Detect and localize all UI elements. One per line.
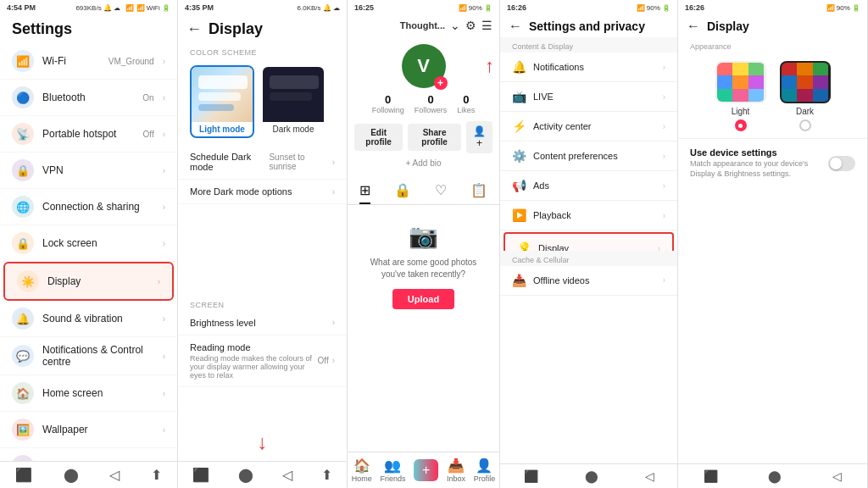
chevron-lockscreen: › [163, 239, 165, 248]
icon-homescreen: 🏠 [12, 382, 34, 404]
reading-sub: Reading mode makes the colours of your d… [190, 354, 318, 380]
back-button-4[interactable]: ← [509, 19, 522, 34]
menu-item-activity[interactable]: ⚡ Activity center › [500, 112, 677, 141]
chevron-schedule: › [332, 158, 335, 167]
tab-liked[interactable]: ♡ [435, 178, 447, 204]
share-profile-button[interactable]: Share profile [408, 124, 461, 151]
tab-saved[interactable]: 📋 [470, 178, 487, 204]
nav-friends[interactable]: 👥 Friends [380, 458, 405, 483]
add-bio-link[interactable]: + Add bio [406, 158, 442, 168]
nav2-back[interactable]: ◁ [282, 467, 292, 483]
dark-preview [263, 67, 326, 122]
label-content_pref: Content preferences [533, 151, 656, 161]
settings-icon[interactable]: ⚙ [465, 19, 476, 32]
dark-theme-card[interactable]: Dark [780, 61, 831, 131]
light-theme-card[interactable]: Light [715, 61, 766, 131]
nav4-square[interactable]: ⬛ [524, 469, 538, 483]
nav-bar-4: ⬛ ⬤ ◁ [500, 463, 677, 488]
display-options-list: Schedule Dark mode Sunset to sunrise › M… [178, 145, 347, 296]
home-label: Home [352, 474, 372, 483]
nav2-up[interactable]: ⬆ [321, 467, 332, 483]
create-video-button[interactable]: + [414, 459, 438, 481]
upload-button[interactable]: Upload [392, 289, 454, 309]
settings-item-wifi[interactable]: 📶 Wi-Fi VM_Ground › [0, 43, 177, 80]
settings-item-display[interactable]: ☀️ Display › [3, 262, 174, 301]
settings-item-wallpaper[interactable]: 🖼️ Wallpaper › [0, 412, 177, 448]
nav-square[interactable]: ⬛ [15, 467, 32, 483]
label-activity: Activity center [533, 121, 656, 131]
value-hotspot: Off [143, 130, 154, 139]
reading-mode[interactable]: Reading mode Reading mode makes the colo… [178, 336, 347, 387]
dark-mode-card[interactable]: Dark mode [261, 65, 326, 138]
settings-item-vpn[interactable]: 🔒 VPN › [0, 152, 177, 189]
tab-grid[interactable]: ⊞ [359, 178, 370, 204]
tiktok-display-panel: 16:26 📶 90% 🔋 ← Display Appearance Light [678, 0, 868, 488]
status-bar-1: 4:54 PM 693KB/s 🔔 ☁ 📶 📶 WiFi 🔋 [0, 0, 177, 15]
menu-item-content_pref[interactable]: ⚙️ Content preferences › [500, 141, 677, 171]
nav4-back[interactable]: ◁ [645, 469, 654, 483]
brightness-label: Brightness level [190, 318, 256, 328]
settings-menu-list: 🔔 Notifications › 📺 LIVE › ⚡ Activity ce… [500, 53, 677, 251]
nav5-back[interactable]: ◁ [832, 469, 842, 483]
light-preview [192, 67, 254, 122]
back-button-5[interactable]: ← [687, 19, 700, 34]
following-stat: 0 Following [372, 93, 404, 114]
value-wifi: VM_Ground [108, 57, 154, 66]
nav-up[interactable]: ⬆ [151, 467, 162, 483]
settings-item-themes[interactable]: 🎨 Themes › [0, 448, 177, 461]
status-time-3: 16:25 [354, 3, 374, 12]
chevron-display: › [158, 277, 160, 286]
followers-stat: 0 Followers [415, 93, 448, 114]
menu-item-playback[interactable]: ▶️ Playback › [500, 201, 677, 230]
settings-item-connection[interactable]: 🌐 Connection & sharing › [0, 189, 177, 225]
device-settings-toggle[interactable] [828, 156, 855, 171]
nav-profile[interactable]: 👤 Profile [474, 458, 496, 483]
schedule-label: Schedule Dark mode [190, 152, 269, 172]
menu-item-live[interactable]: 📺 LIVE › [500, 82, 677, 112]
settings-item-notifications[interactable]: 💬 Notifications & Control centre › [0, 337, 177, 375]
schedule-dark-mode[interactable]: Schedule Dark mode Sunset to sunrise › [178, 145, 347, 180]
edit-profile-button[interactable]: Edit profile [354, 124, 403, 151]
nav5-square[interactable]: ⬛ [704, 469, 718, 483]
label-playback: Playback [533, 210, 656, 220]
menu-item-notifications[interactable]: 🔔 Notifications › [500, 53, 677, 82]
nav4-circle[interactable]: ⬤ [585, 469, 598, 483]
dark-theme-radio[interactable] [799, 119, 811, 131]
nav-circle[interactable]: ⬤ [64, 467, 79, 483]
more-dark-options[interactable]: More Dark mode options › [178, 180, 347, 204]
icon-themes: 🎨 [12, 455, 34, 461]
profile-section: V + 0 Following 0 Followers 0 Likes Edit… [348, 36, 499, 178]
empty-text: What are some good photos you've taken r… [358, 257, 489, 280]
add-avatar-button[interactable]: + [434, 76, 448, 90]
display-header: ← Display [178, 15, 347, 43]
action-buttons: Edit profile Share profile 👤+ [354, 121, 492, 153]
menu-item-display[interactable]: 💡 Display › [504, 232, 674, 251]
brightness-level[interactable]: Brightness level › [178, 311, 347, 336]
light-mode-card[interactable]: Light mode [190, 65, 254, 138]
settings-item-bluetooth[interactable]: 🔵 Bluetooth On › [0, 80, 177, 116]
chevron-wallpaper: › [163, 425, 165, 435]
light-theme-radio[interactable] [735, 119, 747, 131]
nav-inbox[interactable]: 📥 Inbox [447, 458, 465, 483]
status-time-2: 4:35 PM [185, 3, 214, 12]
settings-item-sound[interactable]: 🔔 Sound & vibration › [0, 301, 177, 337]
add-person-button[interactable]: 👤+ [466, 121, 492, 153]
settings-item-lockscreen[interactable]: 🔒 Lock screen › [0, 225, 177, 262]
back-button-2[interactable]: ← [186, 20, 202, 38]
nav5-circle[interactable]: ⬤ [768, 469, 782, 483]
menu-icon[interactable]: ☰ [481, 19, 492, 32]
chevron-hotspot: › [163, 130, 165, 139]
nav2-square[interactable]: ⬛ [192, 467, 209, 483]
settings-item-homescreen[interactable]: 🏠 Home screen › [0, 375, 177, 412]
tab-private[interactable]: 🔒 [394, 178, 411, 204]
nav-back[interactable]: ◁ [109, 467, 120, 483]
icon-lockscreen: 🔒 [12, 232, 34, 254]
cache-item-offline[interactable]: 📥 Offline videos › [500, 266, 677, 296]
nav-home[interactable]: 🏠 Home [352, 458, 372, 483]
nav2-circle[interactable]: ⬤ [238, 467, 253, 483]
menu-item-ads[interactable]: 📢 Ads › [500, 171, 677, 201]
settings-item-hotspot[interactable]: 📡 Portable hotspot Off › [0, 116, 177, 152]
label-homescreen: Home screen [42, 387, 154, 399]
chevron-sound: › [163, 314, 165, 324]
dark-mode-label: Dark mode [263, 122, 324, 136]
